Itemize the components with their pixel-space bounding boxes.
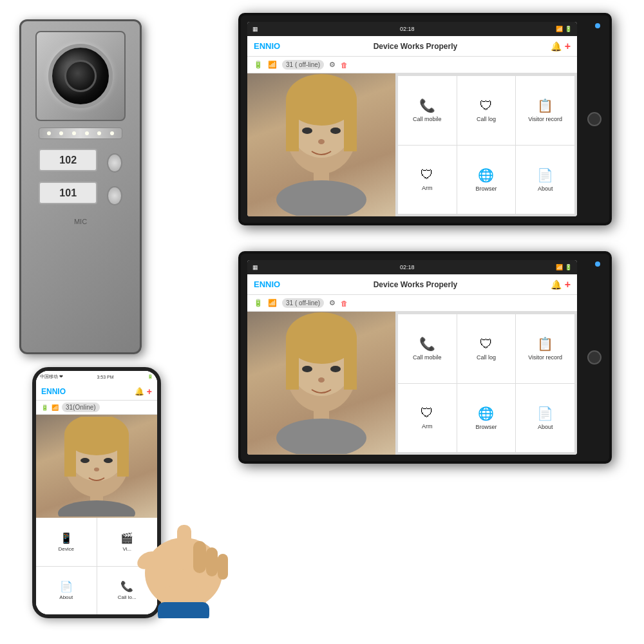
screen-bottom-body: 📞 Call mobile 🛡 Call log 📋 Visitor recor… [247, 312, 577, 455]
bottom-grid-label-3: Arm [422, 423, 433, 430]
screen-bottom-grid: 📞 Call mobile 🛡 Call log 📋 Visitor recor… [395, 312, 577, 455]
bottom-grid-cell-0[interactable]: 📞 Call mobile [398, 314, 457, 383]
phone-grid-cell-2[interactable]: 📄 About [36, 567, 97, 615]
screen-top-statusbar: ▦ 02:18 📶 🔋 [247, 22, 577, 36]
bottom-grid-cell-1[interactable]: 🛡 Call log [457, 314, 516, 383]
top-grid-icon-3: 🛡 [421, 167, 433, 182]
monitor-bottom-camera [587, 350, 601, 365]
top-grid-cell-5[interactable]: 📄 About [516, 146, 574, 214]
svg-point-15 [302, 366, 312, 372]
mic-label: MIC [74, 218, 87, 225]
statusbar-time: 02:18 [400, 26, 415, 32]
led-dot [47, 131, 51, 135]
screen-top-body: 📞 Call mobile 🛡 Call log 📋 Visitor recor… [247, 73, 577, 216]
apartment-101-row: 101 [39, 182, 122, 209]
top-grid-cell-4[interactable]: 🌐 Browser [457, 146, 516, 214]
bottom-grid-label-5: About [538, 424, 553, 430]
bell-icon: 🔔 [551, 41, 562, 52]
call-button-101[interactable] [107, 186, 122, 205]
bottom-grid-cell-2[interactable]: 📋 Visitor record [516, 314, 574, 383]
svg-rect-23 [64, 435, 76, 477]
svg-point-25 [80, 458, 90, 463]
face-overlay-bottom [247, 312, 395, 455]
wifi-sub-icon-b: 📶 [268, 299, 277, 307]
bottom-grid-icon-1: 🛡 [480, 337, 493, 352]
screen-top-content: ▦ 02:18 📶 🔋 ENNIO Device Works Properly … [247, 22, 577, 216]
phone-bell-icon: 🔔 [135, 387, 144, 396]
phone-grid-cell-0[interactable]: 📱 Device [36, 518, 97, 566]
battery-sub-icon: 🔋 [254, 61, 263, 69]
svg-rect-24 [117, 435, 129, 477]
svg-rect-34 [206, 547, 218, 576]
phone-time: 3:53 PM [97, 375, 113, 379]
svg-rect-3 [286, 100, 299, 151]
bottom-grid-cell-4[interactable]: 🌐 Browser [457, 384, 516, 453]
monitor-top: ▦ 02:18 📶 🔋 ENNIO Device Works Properly … [238, 13, 612, 225]
apartment-102-row: 102 [39, 149, 122, 176]
bottom-grid-label-0: Call mobile [413, 354, 442, 361]
outdoor-unit: 102 101 MIC [19, 19, 142, 354]
screen-top-video [247, 73, 395, 216]
wifi-sub-icon: 📶 [268, 61, 277, 69]
phone-header-icons: 🔔 + [135, 386, 152, 397]
svg-rect-4 [344, 100, 357, 151]
settings-sub-icon[interactable]: ⚙ [329, 61, 336, 69]
hand-svg [129, 489, 238, 618]
bottom-grid-label-2: Visitor record [528, 354, 562, 361]
bottom-grid-cell-3[interactable]: 🛡 Arm [398, 384, 457, 453]
monitor-bottom: ▦ 02:18 📶 🔋 ENNIO Device Works Properly … [238, 251, 612, 464]
call-button-102[interactable] [107, 153, 122, 173]
monitor-top-camera [587, 112, 601, 126]
svg-point-6 [330, 128, 341, 134]
top-grid-cell-3[interactable]: 🛡 Arm [398, 146, 457, 214]
screen-bottom-video [247, 312, 395, 455]
trash-sub-icon-b[interactable]: 🗑 [341, 299, 348, 307]
phone-header: ENNIO 🔔 + [36, 383, 157, 401]
top-grid-label-3: Arm [422, 185, 433, 191]
top-grid-cell-1[interactable]: 🛡 Call log [457, 76, 516, 145]
statusbar-time-b: 02:18 [400, 264, 415, 270]
face-overlay-top [247, 73, 395, 216]
bottom-grid-label-4: Browser [475, 424, 497, 430]
top-grid-cell-0[interactable]: 📞 Call mobile [398, 76, 457, 145]
top-grid-cell-2[interactable]: 📋 Visitor record [516, 76, 574, 145]
phone-app-name: ENNIO [41, 387, 66, 396]
phone-grid-icon-2: 📄 [60, 580, 73, 592]
settings-sub-icon-b[interactable]: ⚙ [329, 299, 336, 307]
screen-bottom-content: ▦ 02:18 📶 🔋 ENNIO Device Works Properly … [247, 260, 577, 455]
phone-grid-label-2: About [59, 594, 73, 600]
screen-top-header: ENNIO Device Works Properly 🔔 + [247, 36, 577, 57]
monitor-top-led [595, 23, 600, 28]
top-grid-icon-1: 🛡 [480, 99, 493, 113]
svg-rect-33 [193, 541, 206, 573]
svg-rect-13 [286, 338, 299, 390]
hand-area [129, 489, 238, 618]
top-grid-icon-4: 🌐 [478, 167, 494, 183]
offline-badge-bottom: 31 ( off-line) [282, 298, 324, 308]
phone-plus-icon: + [147, 386, 152, 397]
top-grid-icon-2: 📋 [537, 98, 553, 113]
plus-icon: + [565, 41, 571, 52]
screen-bottom-subheader: 🔋 📶 31 ( off-line) ⚙ 🗑 [247, 295, 577, 312]
phone-battery-sub: 🔋 [41, 404, 48, 411]
phone-carrier: 中国移动 ❤ [40, 374, 63, 380]
offline-badge-top: 31 ( off-line) [282, 60, 324, 70]
svg-point-7 [318, 139, 325, 144]
top-grid-label-5: About [538, 185, 553, 192]
camera-housing [35, 31, 126, 121]
plus-icon-b: + [565, 279, 571, 290]
trash-sub-icon[interactable]: 🗑 [341, 61, 348, 69]
svg-point-26 [104, 458, 113, 463]
svg-point-9 [276, 180, 366, 216]
bottom-grid-label-1: Call log [477, 354, 496, 361]
phone-statusbar: 中国移动 ❤ 3:53 PM 🔋 [36, 371, 157, 383]
phone-online-badge: 31(Online) [62, 402, 100, 412]
svg-rect-37 [158, 602, 209, 618]
monitor-bottom-screen: ▦ 02:18 📶 🔋 ENNIO Device Works Properly … [247, 260, 577, 455]
top-grid-label-4: Browser [475, 185, 497, 192]
phone-grid-label-0: Device [59, 546, 74, 552]
bottom-grid-cell-5[interactable]: 📄 About [516, 384, 574, 453]
svg-point-17 [318, 377, 325, 383]
phone-wifi-sub: 📶 [52, 404, 59, 411]
led-dot [85, 131, 89, 135]
